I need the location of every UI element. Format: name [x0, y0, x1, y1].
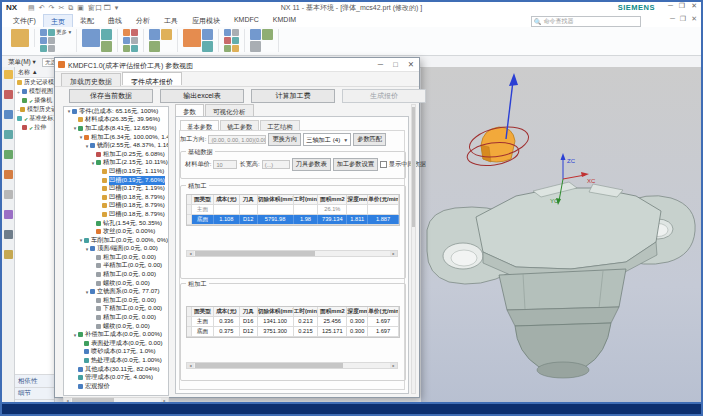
process-studio-icon[interactable] [4, 210, 13, 219]
table-row[interactable]: 底面1.108D125791.981.98739.1341.8111.887 [187, 215, 399, 225]
dialog-close-button[interactable]: ✕ [408, 60, 414, 69]
unite-icon[interactable] [101, 41, 112, 52]
cost-tree-item[interactable]: 攻丝(0.0元, 0.00%) [64, 227, 168, 236]
offset-icon[interactable] [131, 37, 138, 44]
graphics-viewport[interactable]: ZC XC YC [421, 67, 701, 404]
line-icon[interactable] [40, 37, 47, 44]
column-header[interactable]: 刀具 [240, 195, 258, 204]
cost-tree-item[interactable]: ▾车削加工(0.0元, 0.00%, 0%) [64, 236, 168, 245]
table-row[interactable]: 主面26.1% [187, 205, 399, 215]
history-icon[interactable] [4, 190, 13, 199]
render-style-icon[interactable] [232, 45, 239, 52]
section-icon[interactable] [224, 37, 231, 44]
scroll-right-arrow-icon[interactable]: ▸ [390, 251, 397, 256]
assembly-constraints-icon[interactable] [202, 29, 213, 40]
column-header[interactable]: 工时(min) [294, 307, 319, 316]
doc-close-button[interactable]: ✕ [691, 15, 697, 23]
dialog-tab[interactable]: 零件成本报价 [122, 72, 182, 85]
menu-tab-file[interactable]: 文件(F) [6, 14, 43, 27]
view-icon[interactable] [250, 41, 261, 52]
cost-tree-item[interactable]: 其他成本(30.11元, 82.04%) [64, 365, 168, 374]
menu-tab-home[interactable]: 主页 [43, 14, 73, 27]
dialog-tab[interactable]: 加载历史数据 [61, 73, 121, 86]
cost-tree-item[interactable]: ▾加工成本(8.41元, 12.65%) [64, 124, 168, 133]
cost-tree-item[interactable]: ▾粗加工(6.34元, 100.00%, 1.46) [64, 133, 168, 142]
menu-tab-kmdfc[interactable]: KMDFC [227, 14, 266, 27]
table-row[interactable]: 主面0.336D161341.1000.21325.4560.3001.697 [187, 317, 399, 327]
navigator-item[interactable]: −模型历史记录 [15, 105, 54, 114]
cost-tree-item[interactable]: 凹槽(0.19元, 7.60%) [64, 176, 168, 185]
roughing-table-scrollbar[interactable]: ◂ ▸ [186, 362, 398, 369]
layer-icon[interactable] [224, 45, 231, 52]
column-header[interactable]: 面积mm2 [318, 195, 347, 204]
scroll-thumb[interactable] [195, 363, 343, 368]
touch-mode-icon[interactable] [262, 29, 273, 40]
menu-tab-curve[interactable]: 曲线 [101, 14, 129, 27]
menu-tab-application[interactable]: 应用模块 [185, 14, 227, 27]
cost-tree-item[interactable]: 精加工(0.0元, 0.00) [64, 313, 168, 322]
table-row[interactable]: 底面0.375D123751.3000.215125.1710.3001.697 [187, 327, 399, 337]
tool-table-button[interactable]: 刀具参数表 [292, 158, 331, 171]
column-header[interactable]: 面类型 [192, 195, 214, 204]
scroll-right-arrow-icon[interactable]: ▸ [390, 363, 397, 368]
direction-value-field[interactable]: (0.00, 0.00, 1.00)(0.00, 0.00) [208, 135, 266, 144]
cost-tree-item[interactable]: 精加工(0.0元, 0.00) [64, 270, 168, 279]
hd3d-tools-icon[interactable] [4, 150, 13, 159]
column-header[interactable]: 切除体积(mm³) [258, 307, 294, 316]
close-button[interactable]: ✕ [691, 2, 697, 10]
finishing-table-scrollbar[interactable]: ◂ ▸ [186, 250, 398, 257]
action-button-1[interactable]: 保存当前数据 [69, 89, 153, 103]
cost-tree-item[interactable]: 表面处理成本(0.0元, 0.00) [64, 339, 168, 348]
scroll-thumb[interactable] [195, 251, 315, 256]
menu-tab-analysis[interactable]: 分析 [129, 14, 157, 27]
column-header[interactable]: 深度mm [347, 307, 368, 316]
fillet-icon[interactable] [48, 37, 55, 44]
cost-tree-item[interactable]: 宏观报价 [64, 382, 168, 391]
navigator-column-header[interactable]: 名称 ▲ [15, 67, 54, 78]
cost-tree-item[interactable]: 凹槽(0.18元, 8.79%) [64, 193, 168, 202]
arc-icon[interactable] [40, 45, 47, 52]
manage-icon[interactable] [4, 230, 13, 239]
column-header[interactable]: 面积mm2 [318, 307, 347, 316]
cost-tree-item[interactable]: 粗加工(0.0元, 0.00) [64, 253, 168, 262]
match-params-button[interactable]: 参数匹配 [353, 133, 386, 146]
roles-icon[interactable] [4, 250, 13, 259]
doc-minimize-button[interactable]: ─ [670, 15, 675, 23]
panel-tab[interactable]: 可视化分析 [205, 104, 254, 116]
cost-tree-item[interactable]: 半精加工(0.0元, 0.00) [64, 262, 168, 271]
show-intermediate-checkbox[interactable] [380, 161, 387, 168]
cost-tree-item[interactable]: 凹槽(0.17元, 1.19%) [64, 184, 168, 193]
action-button-3[interactable]: 计算加工费 [251, 89, 335, 103]
maximize-button[interactable]: ❐ [679, 2, 685, 10]
window-icon[interactable] [250, 29, 261, 40]
cost-tree-item[interactable]: 管理成本(0.07元, 4.00%) [64, 373, 168, 382]
navigator-item[interactable]: ✔摄像机 [15, 96, 54, 105]
mirror-feature-icon[interactable] [149, 41, 160, 52]
scroll-left-arrow-icon[interactable]: ◂ [187, 251, 194, 256]
navigator-item[interactable]: 历史记录模式 [15, 78, 54, 87]
cost-tree-item[interactable]: 螺纹(0.0元, 0.00) [64, 322, 168, 331]
minimize-button[interactable]: ─ [668, 2, 673, 10]
column-header[interactable]: 深度mm [347, 195, 368, 204]
cost-tree-item[interactable]: 粗加工(0.25元, 6.08%) [64, 150, 168, 159]
scroll-left-arrow-icon[interactable]: ◂ [187, 363, 194, 368]
cost-tree-item[interactable]: ▾精加工(2.15元, 10.11%) [64, 159, 168, 168]
cost-tree-item[interactable]: 螺纹(0.0元, 0.00) [64, 279, 168, 288]
cost-tree-item[interactable]: ▾立铣面系(0.0元, 77.07) [64, 287, 168, 296]
web-browser-icon[interactable] [4, 170, 13, 179]
measure-icon[interactable] [224, 29, 231, 36]
column-header[interactable]: 单价(元/min) [368, 307, 399, 316]
navigator-item[interactable]: ✔拉伸 [15, 123, 54, 132]
column-header[interactable]: 刀具 [240, 307, 258, 316]
dialog-title-bar[interactable]: KMDFC1.0(成本评估报价工具) 参数视图 ─ □ ✕ [55, 58, 419, 72]
cost-tree-item[interactable]: 下精加工(0.0元, 0.00) [64, 305, 168, 314]
cost-tree-item[interactable]: 喷砂成本(0.17元, 1.0%) [64, 348, 168, 357]
circle-icon[interactable] [48, 29, 55, 36]
sketch-icon[interactable] [11, 29, 29, 47]
profile-icon[interactable] [40, 29, 47, 36]
edit-feature-icon[interactable] [161, 29, 172, 40]
panel-tab[interactable]: 参数 [175, 104, 204, 116]
doc-restore-button[interactable]: ❐ [680, 15, 686, 23]
cost-tree-item[interactable]: ▾零件(总成本: 65.16元, 100%) [64, 107, 168, 116]
machining-params-button[interactable]: 加工参数设置 [333, 158, 378, 171]
